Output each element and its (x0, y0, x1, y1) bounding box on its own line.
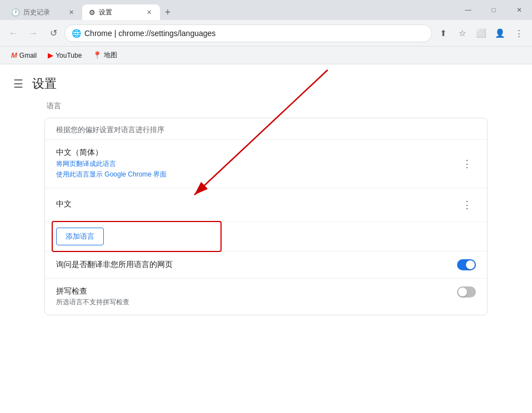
back-button[interactable]: ← (4, 24, 22, 42)
gmail-icon: M (11, 51, 17, 59)
bookmark-button[interactable]: ☆ (453, 24, 471, 42)
bookmarks-bar: M Gmail ▶ YouTube 📍 地图 (0, 47, 532, 64)
settings-header: ☰ 设置 (0, 64, 532, 97)
use-for-chrome-link[interactable]: 使用此语言显示 Google Chrome 界面 (56, 169, 458, 180)
bookmark-maps[interactable]: 📍 地图 (88, 49, 122, 62)
bookmark-youtube-label: YouTube (56, 52, 82, 59)
address-actions: ⬆ ☆ ⬜ 👤 ⋮ (434, 24, 528, 42)
secure-icon: 🌐 (72, 29, 81, 38)
chinese-details: 中文 (56, 199, 458, 210)
history-tab-icon: 🕐 (11, 8, 20, 17)
spellcheck-details: 拼写检查 所选语言不支持拼写检查 (56, 286, 457, 307)
simplified-chinese-name: 中文（简体） (56, 148, 458, 158)
reload-button[interactable]: ↺ (44, 24, 62, 42)
settings-page: ☰ 设置 语言 根据您的偏好设置对语言进行排序 中文（简体） 将网页翻译成此语言 (0, 64, 532, 338)
page-wrapper: ☰ 设置 语言 根据您的偏好设置对语言进行排序 中文（简体） 将网页翻译成此语言 (0, 64, 532, 338)
tab-settings-close[interactable]: ✕ (144, 8, 153, 17)
translate-toggle-knob (466, 260, 475, 269)
section-language-title: 语言 (44, 101, 488, 111)
title-bar: 🕐 历史记录 ✕ ⚙ 设置 ✕ + ― □ ✕ (0, 0, 532, 20)
address-bar: ← → ↺ 🌐 Chrome | chrome://settings/langu… (0, 20, 532, 47)
close-button[interactable]: ✕ (506, 0, 532, 20)
add-language-wrap: 添加语言 (45, 222, 487, 251)
address-separator: | (112, 29, 118, 38)
bookmark-gmail-label: Gmail (19, 52, 37, 59)
tabs-area: 🕐 历史记录 ✕ ⚙ 设置 ✕ + (0, 0, 175, 20)
youtube-icon: ▶ (48, 51, 53, 59)
tab-history-close[interactable]: ✕ (67, 8, 76, 17)
bookmark-maps-label: 地图 (104, 51, 117, 60)
maps-icon: 📍 (93, 51, 102, 59)
tab-settings-label: 设置 (99, 8, 141, 17)
spellcheck-name: 拼写检查 (56, 286, 457, 296)
simplified-chinese-details: 中文（简体） 将网页翻译成此语言 使用此语言显示 Google Chrome 界… (56, 148, 458, 180)
tab-history-label: 历史记录 (23, 8, 63, 17)
settings-body: 语言 根据您的偏好设置对语言进行排序 中文（简体） 将网页翻译成此语言 使用此语… (0, 97, 532, 338)
settings-tab-icon: ⚙ (89, 8, 96, 17)
translate-toggle-row: 询问是否翻译非您所用语言的网页 (45, 251, 487, 279)
translate-toggle-label: 询问是否翻译非您所用语言的网页 (56, 260, 457, 270)
translate-toggle[interactable] (457, 259, 476, 270)
share-button[interactable]: ⬆ (434, 24, 452, 42)
address-input[interactable]: 🌐 Chrome | chrome://settings/languages (64, 24, 432, 42)
page-content: ☰ 设置 语言 根据您的偏好设置对语言进行排序 中文（简体） 将网页翻译成此语言 (0, 64, 532, 413)
bookmark-youtube[interactable]: ▶ YouTube (43, 49, 86, 62)
spellcheck-row: 拼写检查 所选语言不支持拼写检查 (45, 279, 487, 315)
chrome-menu-button[interactable]: ⋮ (510, 24, 528, 42)
address-text: Chrome | chrome://settings/languages (84, 29, 425, 38)
chinese-name: 中文 (56, 199, 458, 209)
tab-history[interactable]: 🕐 历史记录 ✕ (4, 4, 82, 20)
sidebar-menu-icon[interactable]: ☰ (13, 77, 23, 90)
tab-settings[interactable]: ⚙ 设置 ✕ (82, 4, 160, 20)
address-brand: Chrome (84, 29, 112, 38)
chinese-menu[interactable]: ⋮ (458, 196, 476, 214)
address-url: chrome://settings/languages (118, 29, 215, 38)
minimize-button[interactable]: ― (455, 0, 481, 20)
spellcheck-toggle-knob (458, 288, 467, 296)
translate-to-this-link[interactable]: 将网页翻译成此语言 (56, 159, 458, 169)
maximize-button[interactable]: □ (481, 0, 506, 20)
browser-frame: 🕐 历史记录 ✕ ⚙ 设置 ✕ + ― □ ✕ ← → ↺ 🌐 Chrome |… (0, 0, 532, 413)
forward-button[interactable]: → (24, 24, 42, 42)
language-entry-simplified: 中文（简体） 将网页翻译成此语言 使用此语言显示 Google Chrome 界… (45, 140, 487, 188)
split-view-button[interactable]: ⬜ (472, 24, 490, 42)
spellcheck-toggle[interactable] (457, 286, 476, 298)
language-sort-info: 根据您的偏好设置对语言进行排序 (45, 118, 487, 140)
bookmark-gmail[interactable]: M Gmail (7, 49, 41, 62)
window-controls: ― □ ✕ (455, 0, 532, 20)
simplified-chinese-menu[interactable]: ⋮ (458, 155, 476, 173)
profile-button[interactable]: 👤 (491, 24, 509, 42)
new-tab-button[interactable]: + (160, 4, 175, 20)
language-entry-chinese: 中文 ⋮ (45, 188, 487, 222)
spellcheck-sublabel: 所选语言不支持拼写检查 (56, 298, 457, 307)
add-language-button[interactable]: 添加语言 (56, 228, 104, 245)
settings-page-title: 设置 (32, 75, 57, 92)
language-settings-card: 根据您的偏好设置对语言进行排序 中文（简体） 将网页翻译成此语言 使用此语言显示… (44, 118, 488, 315)
